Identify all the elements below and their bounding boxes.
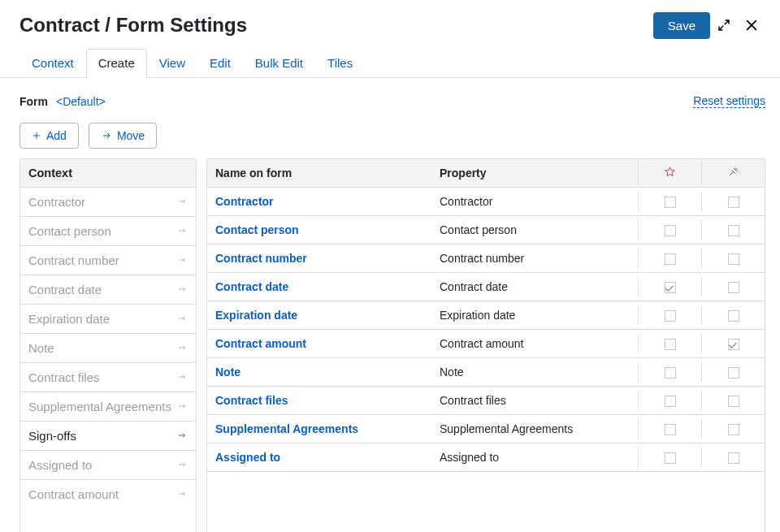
pin-icon <box>727 166 739 178</box>
row-property: Note <box>431 358 638 386</box>
row-name[interactable]: Contract number <box>207 244 431 272</box>
save-button[interactable]: Save <box>653 12 710 39</box>
row-tool-cell <box>701 334 765 353</box>
row-property: Contract date <box>431 273 638 301</box>
tool-checkbox[interactable] <box>728 452 739 464</box>
required-checkbox[interactable] <box>665 424 676 435</box>
arrow-right-icon <box>176 487 188 501</box>
context-item[interactable]: Contract amount <box>20 480 196 508</box>
table-row: Contract dateContract date <box>207 273 765 301</box>
row-tool-cell <box>701 192 765 211</box>
table-row: Contract filesContract files <box>207 387 765 415</box>
tool-checkbox[interactable] <box>728 339 739 350</box>
required-checkbox[interactable] <box>665 225 676 236</box>
tool-checkbox[interactable] <box>728 253 739 265</box>
tab-edit[interactable]: Edit <box>197 49 243 78</box>
tab-context[interactable]: Context <box>20 49 86 78</box>
form-default-selector[interactable]: <Default> <box>56 95 106 108</box>
add-button[interactable]: Add <box>20 123 79 149</box>
move-button[interactable]: Move <box>89 123 157 149</box>
row-required-cell <box>638 277 701 296</box>
context-panel: Context ContractorContact personContract… <box>20 158 197 532</box>
row-required-cell <box>638 362 701 382</box>
reset-settings-link[interactable]: Reset settings <box>693 94 765 108</box>
tool-checkbox[interactable] <box>728 282 739 293</box>
required-checkbox[interactable] <box>665 339 676 350</box>
context-item[interactable]: Contract number <box>20 246 196 275</box>
col-tool-header[interactable] <box>701 161 765 185</box>
context-item[interactable]: Expiration date <box>20 305 196 334</box>
table-row: Expiration dateExpiration date <box>207 301 765 330</box>
row-required-cell <box>638 419 701 439</box>
table-row: Supplemental AgreementsSupplemental Agre… <box>207 415 765 443</box>
col-required-header[interactable] <box>638 161 701 185</box>
context-item[interactable]: Contact person <box>20 217 196 246</box>
row-name[interactable]: Contact person <box>207 216 431 244</box>
context-blank-row <box>20 508 196 532</box>
row-property: Contract files <box>431 387 638 414</box>
tool-checkbox[interactable] <box>728 225 739 236</box>
expand-icon[interactable] <box>710 11 738 39</box>
tool-checkbox[interactable] <box>728 396 739 407</box>
col-name-header: Name on form <box>207 159 431 187</box>
context-header: Context <box>20 159 196 188</box>
required-checkbox[interactable] <box>665 396 676 407</box>
tool-checkbox[interactable] <box>728 310 739 322</box>
row-name[interactable]: Contract files <box>207 387 431 414</box>
close-icon[interactable] <box>738 11 765 39</box>
row-required-cell <box>638 391 701 410</box>
context-item-label: Contract date <box>28 283 102 296</box>
row-name[interactable]: Expiration date <box>207 301 431 329</box>
tab-view[interactable]: View <box>147 49 197 78</box>
arrow-right-icon <box>176 341 188 355</box>
arrow-right-icon <box>176 195 188 209</box>
row-tool-cell <box>701 305 765 325</box>
tab-bulk-edit[interactable]: Bulk Edit <box>243 49 315 78</box>
required-checkbox[interactable] <box>665 282 676 293</box>
row-name[interactable]: Assigned to <box>207 443 431 471</box>
row-tool-cell <box>701 220 765 240</box>
tool-checkbox[interactable] <box>728 367 739 378</box>
context-item-label: Assigned to <box>28 458 92 472</box>
context-item[interactable]: Contractor <box>20 188 196 217</box>
required-checkbox[interactable] <box>665 253 676 265</box>
arrow-right-icon <box>176 283 188 296</box>
arrow-right-icon <box>101 131 112 141</box>
tab-create[interactable]: Create <box>86 49 147 78</box>
arrow-right-icon <box>176 370 188 384</box>
context-item[interactable]: Sign-offs <box>20 422 196 451</box>
tool-checkbox[interactable] <box>728 197 739 208</box>
row-tool-cell <box>701 448 765 467</box>
form-table-blank <box>207 472 765 532</box>
context-item-label: Contract amount <box>28 487 119 501</box>
arrow-right-icon <box>176 429 188 443</box>
context-item[interactable]: Contract files <box>20 363 196 392</box>
tab-tiles[interactable]: Tiles <box>315 49 365 78</box>
required-checkbox[interactable] <box>665 310 676 322</box>
tool-checkbox[interactable] <box>728 424 739 435</box>
row-tool-cell <box>701 362 765 382</box>
context-item[interactable]: Contract date <box>20 275 196 305</box>
arrow-right-icon <box>176 253 188 267</box>
required-checkbox[interactable] <box>665 367 676 378</box>
row-name[interactable]: Contract amount <box>207 330 431 357</box>
context-item[interactable]: Assigned to <box>20 451 196 480</box>
row-required-cell <box>638 220 701 240</box>
row-name[interactable]: Contract date <box>207 273 431 301</box>
row-name[interactable]: Supplemental Agreements <box>207 415 431 443</box>
page-title: Contract / Form Settings <box>20 14 653 37</box>
row-tool-cell <box>701 277 765 296</box>
required-checkbox[interactable] <box>665 197 676 208</box>
context-item-label: Expiration date <box>28 312 110 326</box>
star-icon <box>664 166 676 178</box>
row-name[interactable]: Note <box>207 358 431 386</box>
context-item[interactable]: Note <box>20 334 196 363</box>
context-item-label: Supplemental Agreements <box>28 400 171 413</box>
context-item[interactable]: Supplemental Agreements <box>20 392 196 422</box>
row-property: Contact person <box>431 216 638 244</box>
required-checkbox[interactable] <box>665 452 676 464</box>
row-tool-cell <box>701 391 765 410</box>
row-tool-cell <box>701 249 765 268</box>
row-tool-cell <box>701 419 765 439</box>
row-name[interactable]: Contractor <box>207 188 431 215</box>
